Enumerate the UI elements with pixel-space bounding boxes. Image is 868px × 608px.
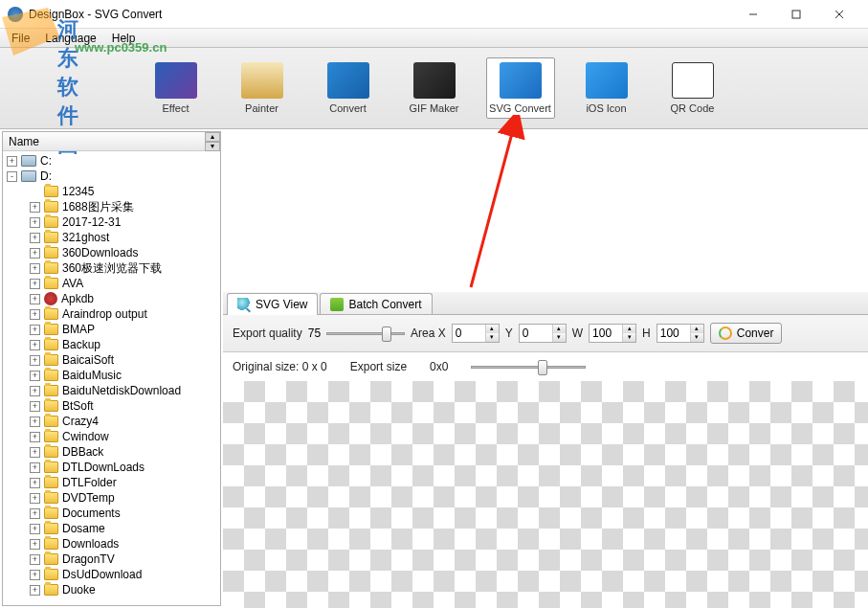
expander-icon[interactable]: + (30, 401, 40, 412)
menu-language[interactable]: Language (39, 30, 101, 47)
folder-icon (44, 538, 58, 550)
expander-icon[interactable]: + (30, 554, 40, 565)
menu-file[interactable]: File (6, 30, 35, 47)
expander-icon[interactable]: + (7, 156, 17, 167)
area-w-input[interactable]: ▴▾ (589, 324, 636, 343)
expander-icon[interactable]: + (30, 279, 40, 289)
preview-canvas[interactable] (223, 381, 868, 608)
folder-item[interactable]: +2017-12-31 (3, 214, 220, 230)
expander-icon[interactable]: + (30, 493, 40, 504)
expander-icon[interactable]: - (7, 171, 17, 182)
y-down[interactable]: ▾ (552, 333, 566, 342)
minimize-button[interactable] (731, 1, 774, 28)
menu-help[interactable]: Help (106, 30, 142, 47)
folder-label: Documents (62, 507, 121, 520)
tool-ios-icon[interactable]: iOS Icon (572, 58, 641, 118)
folder-item[interactable]: +Cwindow (3, 429, 220, 444)
drive-D[interactable]: - D: (3, 169, 220, 184)
w-up[interactable]: ▴ (622, 325, 635, 333)
expander-icon[interactable]: + (30, 340, 40, 350)
expander-icon[interactable]: + (30, 233, 40, 243)
tool-painter[interactable]: Painter (228, 58, 297, 118)
expander-icon[interactable]: + (30, 417, 40, 427)
folder-item[interactable]: +Documents (3, 506, 220, 521)
expander-icon[interactable]: + (30, 217, 40, 228)
folder-item[interactable]: +360极速浏览器下载 (3, 260, 220, 276)
expander-icon[interactable]: + (30, 478, 40, 488)
folder-icon (44, 569, 58, 580)
folder-item[interactable]: 12345 (3, 184, 220, 199)
y-up[interactable]: ▴ (552, 325, 566, 333)
expander-icon[interactable]: + (30, 248, 40, 259)
area-w-field[interactable] (590, 327, 622, 340)
tab-batch-convert[interactable]: Batch Convert (320, 293, 432, 314)
expander-icon[interactable]: + (30, 355, 40, 366)
expander-icon[interactable]: + (30, 508, 40, 519)
h-down[interactable]: ▾ (690, 333, 703, 342)
folder-item[interactable]: +Duoke (3, 582, 220, 597)
h-up[interactable]: ▴ (690, 325, 703, 333)
x-up[interactable]: ▴ (485, 325, 499, 333)
folder-item[interactable]: +DsUdDownload (3, 567, 220, 582)
area-y-field[interactable] (520, 327, 552, 340)
expander-icon[interactable]: + (30, 263, 40, 274)
expander-icon[interactable]: + (30, 570, 40, 580)
ic-qr-icon (672, 62, 714, 99)
folder-item[interactable]: +1688图片采集 (3, 199, 220, 214)
folder-item[interactable]: +Apkdb (3, 291, 220, 306)
folder-item[interactable]: +BaiduNetdiskDownload (3, 383, 220, 398)
folder-item[interactable]: +DTLDownLoads (3, 460, 220, 475)
expander-icon[interactable]: + (30, 325, 40, 335)
folder-item[interactable]: +DVDTemp (3, 490, 220, 506)
w-down[interactable]: ▾ (622, 333, 635, 342)
expander-icon[interactable]: + (30, 585, 40, 596)
convert-button[interactable]: Conver (710, 323, 783, 344)
area-x-field[interactable] (453, 327, 485, 340)
folder-item[interactable]: +Backup (3, 337, 220, 352)
folder-item[interactable]: +BaicaiSoft (3, 352, 220, 368)
expander-icon[interactable]: + (30, 447, 40, 458)
folder-item[interactable]: +BaiduMusic (3, 368, 220, 383)
folder-item[interactable]: +Downloads (3, 536, 220, 552)
maximize-button[interactable] (774, 1, 817, 28)
expander-icon[interactable]: + (30, 386, 40, 396)
folder-item[interactable]: +AVA (3, 276, 220, 291)
expander-icon[interactable]: + (30, 432, 40, 442)
folder-item[interactable]: +DragonTV (3, 552, 220, 567)
tool-qr-code[interactable]: QR Code (658, 58, 727, 118)
folder-item[interactable]: +DBBack (3, 444, 220, 460)
folder-item[interactable]: +BtSoft (3, 398, 220, 414)
drive-C[interactable]: + C: (3, 153, 220, 169)
tool-gif-maker[interactable]: GIF Maker (400, 58, 469, 118)
expander-icon[interactable]: + (30, 539, 40, 550)
tree-header[interactable]: Name ▴ ▾ (3, 132, 220, 151)
folder-tree[interactable]: + C:- D:12345+1688图片采集+2017-12-31+321gho… (3, 151, 220, 605)
expander-icon[interactable]: + (30, 371, 40, 381)
expander-icon[interactable]: + (30, 524, 40, 534)
export-size-slider[interactable] (471, 358, 586, 375)
expander-icon[interactable]: + (30, 202, 40, 213)
folder-item[interactable]: +321ghost (3, 230, 220, 245)
folder-item[interactable]: +360Downloads (3, 245, 220, 260)
close-button[interactable] (817, 1, 860, 28)
folder-item[interactable]: +DTLFolder (3, 475, 220, 490)
tool-convert[interactable]: Convert (314, 58, 383, 118)
tool-effect[interactable]: Effect (142, 58, 211, 118)
tool-svg-convert[interactable]: SVG Convert (486, 57, 555, 119)
expander-icon[interactable]: + (30, 462, 40, 473)
quality-slider[interactable] (326, 325, 405, 342)
expander-icon[interactable]: + (30, 294, 40, 304)
x-down[interactable]: ▾ (485, 333, 499, 342)
folder-item[interactable]: +Dosame (3, 521, 220, 536)
area-h-input[interactable]: ▴▾ (657, 324, 704, 343)
folder-item[interactable]: +BMAP (3, 322, 220, 337)
expander-icon[interactable]: + (30, 309, 40, 320)
tab-svg-view[interactable]: SVG View (227, 293, 318, 315)
header-scroll-up[interactable]: ▴ (205, 132, 220, 142)
folder-item[interactable]: +Crazy4 (3, 414, 220, 429)
header-scroll-down[interactable]: ▾ (205, 142, 220, 151)
area-h-field[interactable] (657, 327, 690, 340)
folder-item[interactable]: +Araindrop output (3, 306, 220, 322)
area-x-input[interactable]: ▴▾ (452, 324, 500, 343)
area-y-input[interactable]: ▴▾ (519, 324, 567, 343)
